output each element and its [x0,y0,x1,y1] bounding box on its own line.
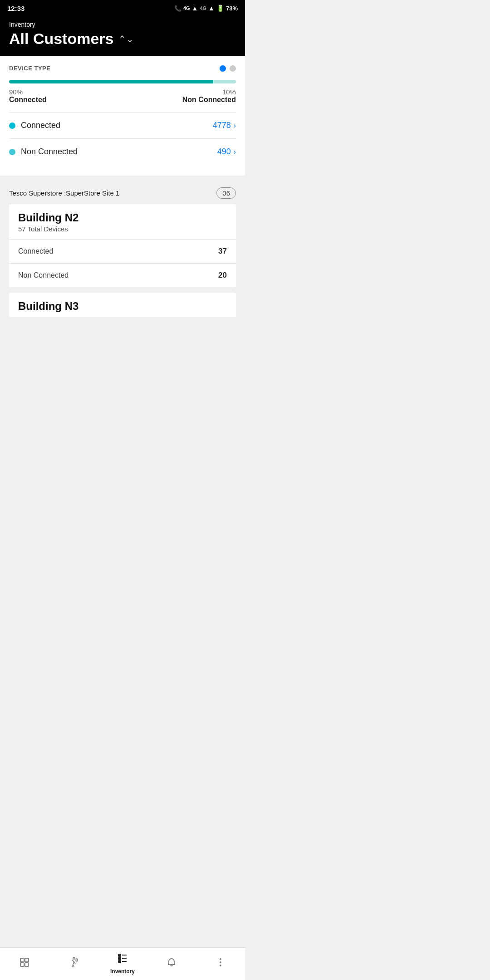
call-icon: 📞 [174,5,181,12]
connected-dot-indicator [220,65,226,72]
connected-chevron-icon[interactable]: › [234,122,236,130]
page-title: All Customers [9,30,114,48]
non-connected-pct: 10% [222,88,236,96]
non-connected-count: 490 [217,147,231,157]
connected-stat-row[interactable]: Connected 4778 › [9,113,236,139]
wifi-icon: ▲ [192,5,198,12]
header-subtitle: Inventory [9,21,236,28]
progress-labels: 90% Connected 10% Non Connected [9,88,236,104]
non-connected-chevron-icon[interactable]: › [234,148,236,156]
building-n2-card[interactable]: Building N2 57 Total Devices Connected 3… [9,204,236,287]
battery-level: 73% [226,5,238,12]
site-section: Tesco Superstore :SuperStore Site 1 06 B… [0,181,245,317]
building-n2-connected-row: Connected 37 [9,240,236,264]
non-connected-stat-label: Non Connected [21,147,78,157]
connectivity-progress-bar [9,80,236,83]
non-connected-stat-row[interactable]: Non Connected 490 › [9,139,236,165]
building-n2-header: Building N2 57 Total Devices [9,204,236,240]
connected-count: 4778 [213,121,231,130]
device-type-header: DEVICE TYPE [9,65,236,72]
lte-icon: 4G [200,5,206,11]
building-n3-card-partial[interactable]: Building N3 [9,293,236,317]
site-header: Tesco Superstore :SuperStore Site 1 06 [9,187,236,199]
device-type-label: DEVICE TYPE [9,65,50,72]
building-n2-nonconnected-row: Non Connected 20 [9,264,236,287]
connected-stat-right: 4778 › [213,121,236,130]
connected-pct: 90% [9,88,47,96]
non-connected-teal-dot [9,149,15,155]
status-icons: 📞 4G ▲ 4G ▲ 🔋 73% [174,5,238,12]
non-connected-stat-right: 490 › [217,147,236,157]
building-n3-name: Building N3 [18,300,227,313]
signal-strength-icon: ▲ [208,5,215,12]
building-n2-name: Building N2 [18,211,227,224]
non-connected-dot-indicator [230,65,236,72]
building-n2-nonconnected-count: 20 [218,271,227,280]
app-header: Inventory All Customers ⌃⌄ [0,16,245,56]
dot-indicators [220,65,236,72]
connected-stat-left: Connected [9,121,60,130]
connected-name: Connected [9,96,47,104]
non-connected-label-group: 10% Non Connected [182,88,236,104]
signal-4g-icon: 4G [183,5,190,11]
site-badge: 06 [216,187,236,199]
battery-icon: 🔋 [216,5,224,12]
customer-selector-icon[interactable]: ⌃⌄ [118,34,134,44]
building-n2-connected-label: Connected [18,247,53,255]
connected-teal-dot [9,122,15,129]
connected-fill [9,80,213,83]
status-time: 12:33 [7,5,24,12]
connected-label-group: 90% Connected [9,88,47,104]
non-connected-stat-left: Non Connected [9,147,78,157]
header-title-row[interactable]: All Customers ⌃⌄ [9,30,236,48]
building-n2-total: 57 Total Devices [18,225,227,233]
building-n2-connected-count: 37 [218,247,227,256]
device-type-section: DEVICE TYPE 90% Connected 10% Non Connec… [0,56,245,176]
connected-stat-label: Connected [21,121,60,130]
building-n2-nonconnected-label: Non Connected [18,271,69,279]
non-connected-name: Non Connected [182,96,236,104]
status-bar: 12:33 📞 4G ▲ 4G ▲ 🔋 73% [0,0,245,16]
site-name: Tesco Superstore :SuperStore Site 1 [9,189,119,197]
